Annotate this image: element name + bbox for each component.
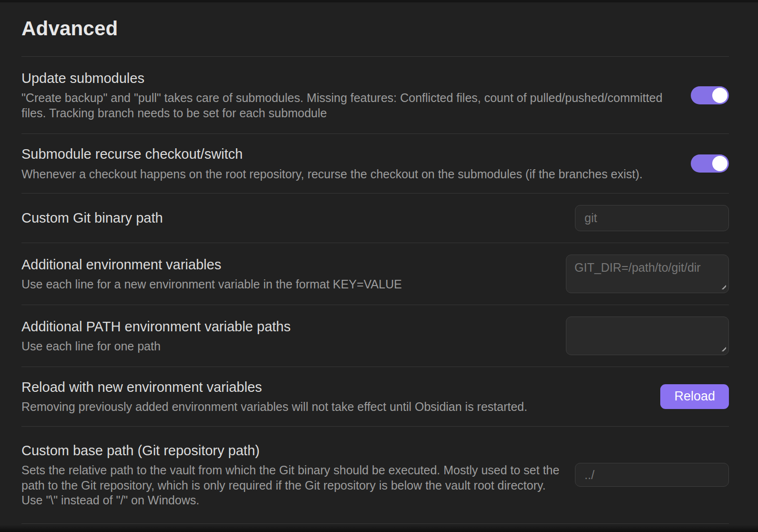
page-title: Advanced: [21, 17, 729, 40]
setting-description: Sets the relative path to the vault from…: [21, 463, 561, 508]
setting-info: Custom Git binary path: [21, 209, 561, 226]
setting-control: [566, 317, 729, 355]
setting-row-update-submodules: Update submodules "Create backup" and "p…: [21, 56, 729, 133]
setting-name: Additional PATH environment variable pat…: [21, 318, 552, 335]
setting-description: Whenever a checkout happens on the root …: [21, 167, 676, 182]
setting-row-submodule-recurse: Submodule recurse checkout/switch Whenev…: [21, 133, 729, 193]
setting-name: Additional environment variables: [21, 256, 552, 273]
env-variables-textarea[interactable]: [566, 255, 729, 293]
setting-description: Removing previously added environment va…: [21, 399, 646, 415]
setting-control: Reload: [660, 384, 729, 409]
toggle-knob: [712, 156, 727, 171]
setting-control: [691, 86, 729, 104]
setting-info: Update submodules "Create backup" and "p…: [21, 70, 676, 121]
setting-description: Use each line for one path: [21, 339, 552, 354]
setting-control: [575, 463, 729, 487]
setting-name: Reload with new environment variables: [21, 379, 646, 396]
setting-control: [575, 205, 729, 231]
base-path-input[interactable]: [575, 463, 729, 487]
path-variables-textarea[interactable]: [566, 317, 729, 355]
setting-name: Submodule recurse checkout/switch: [21, 145, 676, 163]
setting-name: Update submodules: [21, 70, 676, 87]
setting-row-path-variables: Additional PATH environment variable pat…: [21, 305, 729, 367]
setting-control: [691, 154, 729, 173]
window-edge-top: [0, 0, 758, 2]
setting-description: Use each line for a new environment vari…: [21, 277, 552, 292]
setting-name: Custom base path (Git repository path): [21, 442, 561, 459]
window-edge-bottom: [0, 525, 758, 532]
setting-info: Additional PATH environment variable pat…: [21, 318, 552, 354]
reload-button[interactable]: Reload: [660, 384, 729, 409]
setting-description: "Create backup" and "pull" takes care of…: [21, 91, 676, 121]
textarea-wrapper: [566, 255, 729, 293]
textarea-wrapper: [566, 317, 729, 355]
setting-row-reload-env: Reload with new environment variables Re…: [21, 367, 729, 426]
git-binary-path-input[interactable]: [575, 205, 729, 231]
setting-row-env-variables: Additional environment variables Use eac…: [21, 243, 729, 305]
setting-row-custom-base-path: Custom base path (Git repository path) S…: [21, 426, 729, 524]
setting-info: Custom base path (Git repository path) S…: [21, 442, 561, 508]
toggle-knob: [712, 88, 727, 103]
submodule-recurse-toggle[interactable]: [691, 154, 729, 173]
setting-info: Submodule recurse checkout/switch Whenev…: [21, 145, 676, 182]
setting-row-git-binary-path: Custom Git binary path: [21, 193, 729, 243]
setting-name: Custom Git binary path: [21, 209, 561, 226]
setting-control: [566, 255, 729, 293]
setting-info: Additional environment variables Use eac…: [21, 256, 552, 292]
setting-info: Reload with new environment variables Re…: [21, 379, 646, 415]
update-submodules-toggle[interactable]: [691, 86, 729, 104]
settings-panel: Advanced Update submodules "Create backu…: [0, 0, 758, 524]
